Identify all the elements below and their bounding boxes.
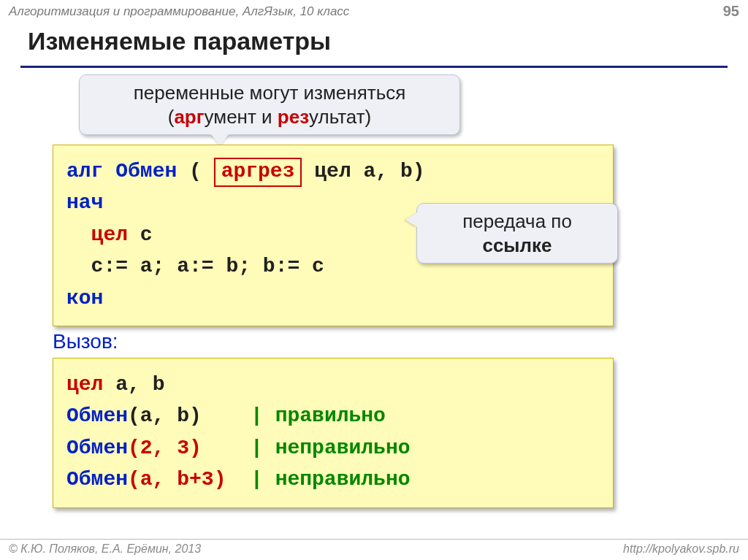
callout-line2: (аргумент и результат) <box>96 105 443 129</box>
callout-by-reference: передача по ссылке <box>416 203 618 264</box>
slide-header: Алгоритмизация и программирование, АлгЯз… <box>0 0 748 21</box>
callout-r-line1: передача по <box>433 210 601 234</box>
callout-line1: переменные могут изменяться <box>96 81 443 105</box>
comment-wrong: | неправильно <box>251 468 410 491</box>
proc-name: Обмен <box>103 160 189 183</box>
call-fn: Обмен <box>66 468 128 491</box>
comment-wrong: | неправильно <box>251 437 410 459</box>
highlight-rez: рез <box>278 106 309 128</box>
page-number: 95 <box>723 3 739 20</box>
kw-nach: нач <box>66 191 103 214</box>
kw-cel: цел <box>66 373 103 396</box>
callout-tail-icon <box>405 212 417 227</box>
breadcrumb: Алгоритмизация и программирование, АлгЯз… <box>9 4 349 19</box>
code-block-call: цел a, b Обмен(a, b) | правильно Обмен(2… <box>53 358 614 508</box>
callout-variables: переменные могут изменяться (аргумент и … <box>79 74 460 135</box>
comment-correct: | правильно <box>251 404 386 427</box>
page-title: Изменяемые параметры <box>28 27 726 55</box>
section-call-label: Вызов: <box>53 330 118 353</box>
footer-url: http://kpolyakov.spb.ru <box>623 542 739 556</box>
kw-kon: кон <box>66 287 103 310</box>
kw-alg: алг <box>66 160 103 183</box>
kw-cel: цел <box>91 223 128 246</box>
code-swap: c:= a; a:= b; b:= c <box>66 255 324 277</box>
slide-footer: © К.Ю. Поляков, Е.А. Ерёмин, 2013 http:/… <box>0 539 748 556</box>
title-rule <box>20 66 728 68</box>
footer-credit: © К.Ю. Поляков, Е.А. Ерёмин, 2013 <box>9 542 201 556</box>
kw-argrez-framed: аргрез <box>214 158 302 187</box>
callout-r-line2: ссылке <box>433 234 601 258</box>
call-fn: Обмен <box>66 437 128 459</box>
call-fn: Обмен <box>66 404 128 427</box>
highlight-arg: арг <box>174 106 204 128</box>
